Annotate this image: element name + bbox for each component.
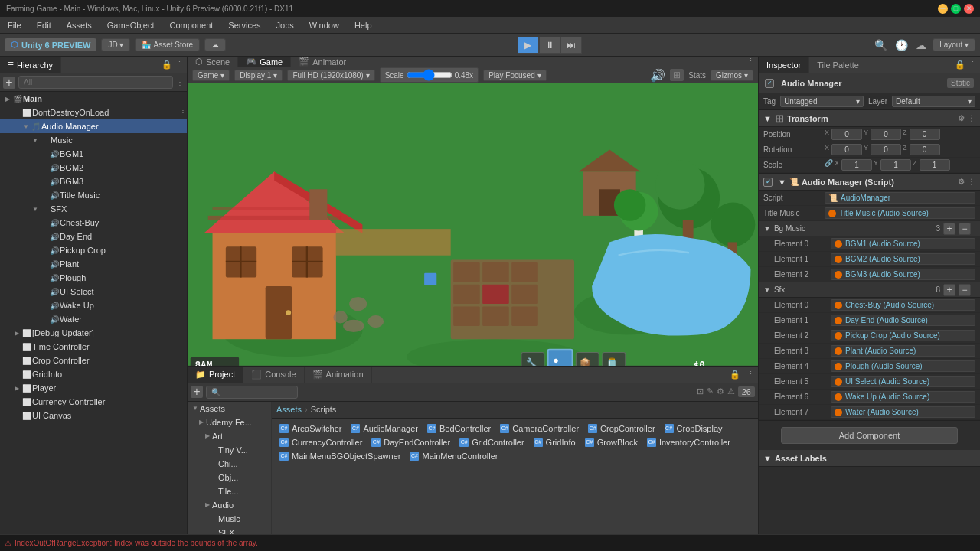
script-mainmenubgspawner[interactable]: C# MainMenuBGObjectSpawner [275,449,405,463]
object-enabled-checkbox[interactable] [765,79,774,88]
position-x-input[interactable] [831,129,862,140]
menu-component[interactable]: Component [166,19,216,31]
tree-item-cropcontroller[interactable]: ⬜ Crop Controller [0,354,187,367]
rotation-y-input[interactable] [871,144,901,155]
script-dayendcontroller[interactable]: C# DayEndController [367,435,455,449]
audiomanager-enabled[interactable] [763,178,773,187]
dontdestroy-more[interactable]: ⋮ [179,109,187,117]
script-currencycontroller[interactable]: C# CurrencyController [275,435,367,449]
project-add-button[interactable]: + [191,386,203,398]
breadcrumb-assets[interactable]: Assets [276,405,302,414]
tree-item-music-proj[interactable]: Music [188,512,271,526]
rotation-z-input[interactable] [910,144,940,155]
tree-item-dayend[interactable]: 🔊 Day End [0,230,187,243]
bottom-lock-icon[interactable]: 🔒 [730,370,740,380]
display-dropdown[interactable]: Display 1 ▾ [234,70,283,81]
tree-item-audio[interactable]: ▶ Audio [188,498,271,512]
scale-dropdown[interactable]: Scale 0.48x [380,67,479,83]
search-button[interactable]: 🔍 [873,37,889,53]
tab-animation[interactable]: 🎬 Animation [305,367,372,383]
audiomanager-more-icon[interactable]: ⋮ [968,178,975,186]
tab-inspector[interactable]: Inspector [759,57,809,73]
position-y-input[interactable] [871,129,901,140]
bgmusic-plus-btn[interactable]: + [943,223,956,235]
layout-dropdown[interactable]: Layout ▾ [933,38,975,51]
bgm-e0-value[interactable]: BGM1 (Audio Source) [831,238,975,249]
scale-z-input[interactable] [920,159,950,171]
asset-labels-arrow[interactable]: ▼ [763,454,772,463]
transform-settings-icon[interactable]: ⚙ [958,114,965,122]
bgmusic-minus-btn[interactable]: − [959,223,971,235]
sfx-e6-value[interactable]: Wake Up (Audio Source) [831,391,975,403]
jd-dropdown[interactable]: JD ▾ [101,38,130,51]
scene-more-icon[interactable]: ⋮ [746,57,755,67]
script-gridcontroller[interactable]: C# GridController [455,435,528,449]
menu-assets[interactable]: Assets [64,19,95,31]
minimize-button[interactable]: ─ [938,4,948,14]
gizmos-dropdown[interactable]: Gizmos ▾ [710,70,753,81]
pause-button[interactable]: ⏸ [539,37,560,54]
script-audiomanager[interactable]: C# AudioManager [346,422,423,435]
tab-scene[interactable]: ⬡ Scene [188,57,238,67]
hierarchy-search-input[interactable] [18,76,173,89]
filter-icon-4[interactable]: ⚠ [727,386,735,397]
script-cropcontroller[interactable]: C# CropController [583,422,660,435]
tree-item-plough[interactable]: 🔊 Plough [0,271,187,285]
game-dropdown[interactable]: Game ▾ [192,70,230,81]
tree-item-debugupdater[interactable]: ▶ ⬜ [Debug Updater] [0,326,187,340]
tab-project[interactable]: 📁 Project [188,367,243,383]
tree-item-art[interactable]: ▶ Art [188,429,271,443]
close-button[interactable]: ✕ [964,4,974,14]
bgmusic-arrow[interactable]: ▼ [763,224,771,233]
maximize-button[interactable]: □ [951,4,961,14]
menu-edit[interactable]: Edit [34,19,54,31]
tree-item-main[interactable]: ▶ 🎬 Main [0,92,187,106]
tag-dropdown[interactable]: Untagged ▾ [780,96,864,107]
tree-item-udemy[interactable]: ▶ Udemy Fe... [188,416,271,429]
tree-item-player[interactable]: ▶ ⬜ Player [0,381,187,395]
script-mainmenucontroller[interactable]: C# MainMenuController [405,449,502,463]
tab-game[interactable]: 🎮 Game [238,57,291,67]
scale-y-input[interactable] [880,159,911,171]
tree-item-dontdestroy[interactable]: ⬜ DontDestroyOnLoad ⋮ [0,106,187,119]
menu-window[interactable]: Window [306,19,342,31]
audiomanager-arrow[interactable]: ▼ [778,178,786,187]
filter-icon-1[interactable]: ⊡ [697,386,704,397]
menu-file[interactable]: File [5,19,24,31]
cloud-build-button[interactable]: ☁ [204,38,226,51]
sound-icon[interactable]: 🔊 [650,68,665,83]
step-button[interactable]: ⏭ [560,37,582,54]
script-gridinfo[interactable]: C# GridInfo [529,435,580,449]
menu-services[interactable]: Services [225,19,263,31]
transform-arrow[interactable]: ▼ [763,114,772,123]
stats-icon[interactable]: ⊞ [670,69,684,81]
bgm-e1-value[interactable]: BGM2 (Audio Source) [831,253,975,265]
menu-jobs[interactable]: Jobs [273,19,297,31]
menu-gameobject[interactable]: GameObject [104,19,158,31]
sfx-e7-value[interactable]: Water (Audio Source) [831,406,975,418]
hierarchy-more-icon[interactable]: ⋮ [175,60,184,70]
inspector-more-icon[interactable]: ⋮ [969,60,977,70]
tree-item-bgm1[interactable]: 🔊 BGM1 [0,147,187,161]
tree-item-music[interactable]: ▼ Music [0,133,187,147]
audiomanager-settings-icon[interactable]: ⚙ [958,178,965,186]
transform-more-icon[interactable]: ⋮ [968,114,975,122]
tree-item-bgm3[interactable]: 🔊 BGM3 [0,174,187,188]
tree-item-audiomanager[interactable]: ▼ 🎵 Audio Manager [0,119,187,133]
filter-icon-3[interactable]: ⚙ [717,386,724,397]
position-z-input[interactable] [910,129,940,140]
menu-help[interactable]: Help [351,19,375,31]
script-growblock[interactable]: C# GrowBlock [580,435,642,449]
tree-item-timecontroller[interactable]: ⬜ Time Controller [0,340,187,354]
tree-item-chestbuy[interactable]: 🔊 Chest-Buy [0,216,187,230]
bgm-e2-value[interactable]: BGM3 (Audio Source) [831,269,975,280]
rotation-x-input[interactable] [831,144,862,155]
tree-item-pickupcrop[interactable]: 🔊 Pickup Crop [0,243,187,257]
asset-store-button[interactable]: 🏪 Asset Store [135,38,200,51]
tree-item-sfx-proj[interactable]: SFX [188,526,271,534]
tree-item-obj[interactable]: Obj... [188,471,271,484]
tree-item-gridinfo[interactable]: ⬜ GridInfo [0,367,187,381]
scale-x-input[interactable] [841,159,872,171]
stats-label[interactable]: Stats [688,71,706,80]
script-cameracontroller[interactable]: C# CameraController [495,422,583,435]
